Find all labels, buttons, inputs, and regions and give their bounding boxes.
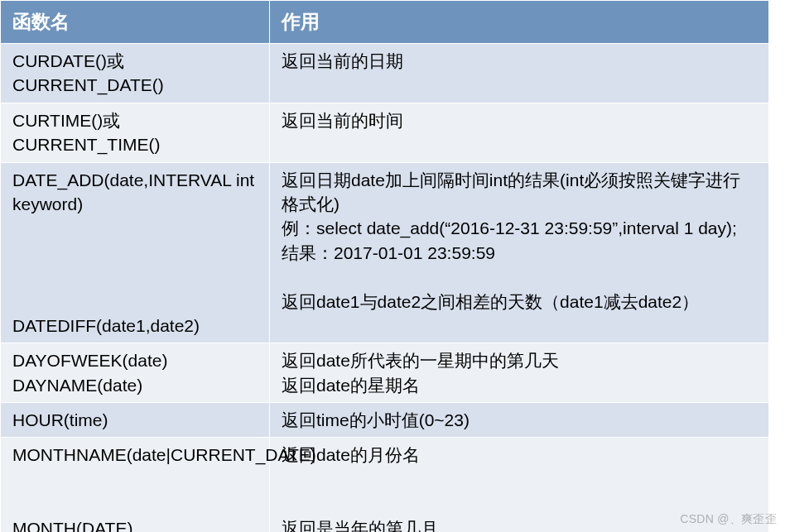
- cell-function-desc: 返回日期date加上间隔时间int的结果(int必须按照关键字进行格式化) 例：…: [270, 162, 769, 343]
- table-row: DATE_ADD(date,INTERVAL int keyword) DATE…: [1, 162, 769, 343]
- cell-function-name: CURTIME()或 CURRENT_TIME(): [1, 103, 270, 162]
- cell-function-name: HOUR(time): [1, 403, 270, 438]
- header-function-desc: 作用: [270, 1, 769, 44]
- cell-function-desc: 返回当前的时间: [270, 103, 769, 162]
- cell-function-desc: 返回time的小时值(0~23): [270, 403, 769, 438]
- table-row: MONTHNAME(date|CURRENT_DATE) MONTH(DATE)…: [1, 438, 769, 532]
- header-function-name: 函数名: [1, 1, 270, 44]
- table-row: DAYOFWEEK(date) DAYNAME(date) 返回date所代表的…: [1, 343, 769, 403]
- cell-function-name: DATE_ADD(date,INTERVAL int keyword) DATE…: [1, 162, 270, 343]
- cell-function-desc: 返回当前的日期: [270, 44, 769, 103]
- cell-function-desc: 返回date所代表的一星期中的第几天 返回date的星期名: [270, 343, 769, 403]
- cell-function-name: CURDATE()或 CURRENT_DATE(): [1, 44, 270, 103]
- cell-function-name: MONTHNAME(date|CURRENT_DATE) MONTH(DATE): [1, 438, 270, 532]
- table-row: CURDATE()或 CURRENT_DATE() 返回当前的日期: [1, 44, 769, 103]
- table-header-row: 函数名 作用: [1, 1, 769, 44]
- watermark-text: CSDN @、爽歪歪: [680, 512, 777, 527]
- table-row: HOUR(time) 返回time的小时值(0~23): [1, 403, 769, 438]
- cell-function-name: DAYOFWEEK(date) DAYNAME(date): [1, 343, 270, 403]
- table-row: CURTIME()或 CURRENT_TIME() 返回当前的时间: [1, 103, 769, 162]
- function-reference-table: 函数名 作用 CURDATE()或 CURRENT_DATE() 返回当前的日期…: [0, 0, 769, 532]
